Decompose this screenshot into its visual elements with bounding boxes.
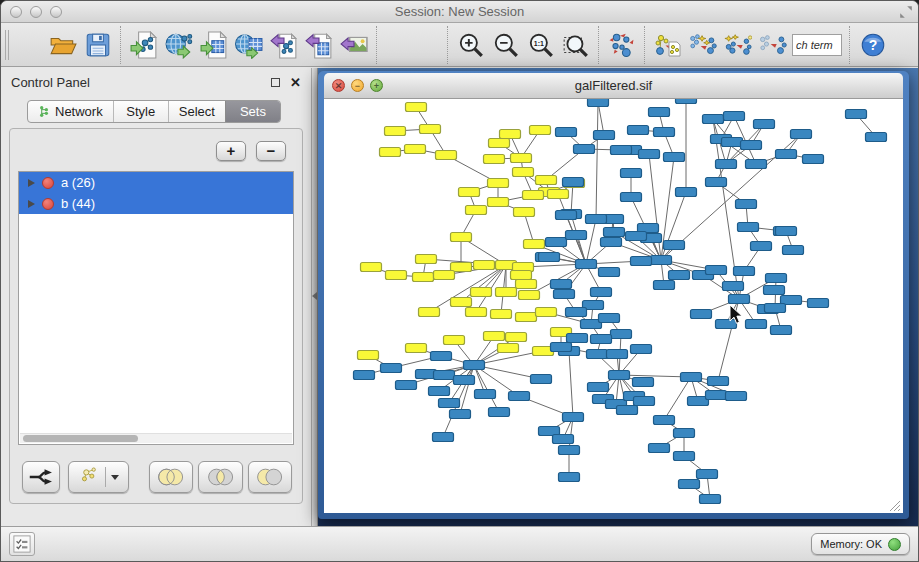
new-network-from-selection-button[interactable] — [650, 26, 685, 64]
import-table-web-button[interactable] — [231, 26, 266, 64]
horizontal-scrollbar[interactable] — [20, 433, 292, 443]
import-table-file-button[interactable] — [196, 26, 231, 64]
graph-node-blue[interactable] — [556, 128, 577, 137]
graph-node-blue[interactable] — [723, 282, 744, 291]
sets-list[interactable]: a (26)b (44) — [18, 171, 294, 445]
union-sets-button[interactable] — [149, 461, 193, 493]
graph-node-blue[interactable] — [736, 200, 757, 209]
graph-node-blue[interactable] — [764, 286, 785, 295]
graph-node-yellow[interactable] — [488, 198, 509, 207]
graph-node-blue[interactable] — [649, 108, 670, 117]
graph-node-blue[interactable] — [381, 364, 402, 373]
graph-node-yellow[interactable] — [498, 344, 519, 353]
graph-node-blue[interactable] — [746, 160, 767, 169]
graph-node-blue[interactable] — [654, 128, 675, 137]
graph-node-blue[interactable] — [563, 178, 584, 187]
close-window-button[interactable] — [10, 6, 22, 18]
graph-node-yellow[interactable] — [420, 125, 441, 134]
window-titlebar[interactable]: Session: New Session — [1, 1, 918, 23]
graph-node-blue[interactable] — [716, 320, 737, 329]
network-graph[interactable] — [324, 99, 903, 513]
graph-node-blue[interactable] — [691, 310, 712, 319]
graph-node-blue[interactable] — [808, 299, 829, 308]
graph-node-blue[interactable] — [396, 381, 417, 390]
network-window-titlebar[interactable]: ✕ − + galFiltered.sif — [324, 73, 903, 99]
graph-node-yellow[interactable] — [514, 208, 535, 217]
graph-node-blue[interactable] — [551, 343, 572, 352]
graph-node-yellow[interactable] — [444, 336, 465, 345]
tab-style[interactable]: Style — [113, 101, 168, 122]
graph-node-blue[interactable] — [621, 193, 642, 202]
graph-node-blue[interactable] — [654, 416, 675, 425]
graph-node-blue[interactable] — [866, 133, 887, 142]
graph-node-yellow[interactable] — [548, 190, 569, 199]
graph-node-yellow[interactable] — [523, 191, 544, 200]
graph-node-blue[interactable] — [567, 334, 588, 343]
minimize-network-window-button[interactable]: − — [351, 79, 364, 92]
graph-node-blue[interactable] — [489, 408, 510, 417]
expand-set-icon[interactable] — [28, 179, 35, 187]
graph-node-blue[interactable] — [679, 480, 700, 489]
graph-node-blue[interactable] — [454, 376, 475, 385]
graph-node-blue[interactable] — [604, 228, 625, 237]
graph-node-blue[interactable] — [766, 274, 787, 283]
collapse-panel-icon[interactable] — [312, 292, 317, 300]
graph-node-yellow[interactable] — [358, 351, 379, 360]
graph-node-blue[interactable] — [617, 406, 638, 415]
graph-node-yellow[interactable] — [405, 145, 426, 154]
dropdown-caret-icon[interactable] — [111, 475, 119, 480]
graph-node-blue[interactable] — [429, 387, 450, 396]
graph-node-blue[interactable] — [609, 371, 630, 380]
graph-node-blue[interactable] — [706, 178, 727, 187]
graph-node-blue[interactable] — [664, 153, 685, 162]
graph-node-blue[interactable] — [776, 227, 797, 236]
graph-node-blue[interactable] — [724, 112, 745, 121]
export-table-button[interactable] — [301, 26, 336, 64]
graph-node-blue[interactable] — [676, 99, 697, 104]
graph-node-yellow[interactable] — [496, 288, 517, 297]
graph-node-yellow[interactable] — [516, 280, 537, 289]
graph-node-blue[interactable] — [633, 378, 654, 387]
graph-node-blue[interactable] — [846, 110, 867, 119]
graph-node-yellow[interactable] — [489, 139, 510, 148]
first-neighbors-button[interactable] — [685, 26, 720, 64]
scrollbar-thumb[interactable] — [23, 435, 138, 442]
graph-node-blue[interactable] — [674, 452, 695, 461]
graph-node-blue[interactable] — [588, 99, 609, 107]
graph-node-yellow[interactable] — [451, 298, 472, 307]
graph-node-blue[interactable] — [776, 150, 797, 159]
graph-node-blue[interactable] — [556, 211, 577, 220]
close-network-window-button[interactable]: ✕ — [332, 79, 345, 92]
graph-node-blue[interactable] — [354, 371, 375, 380]
graph-node-blue[interactable] — [566, 231, 587, 240]
graph-node-blue[interactable] — [576, 260, 597, 269]
apply-layout-button[interactable] — [604, 26, 639, 64]
graph-node-blue[interactable] — [431, 352, 452, 361]
graph-node-blue[interactable] — [639, 150, 660, 159]
graph-node-blue[interactable] — [676, 188, 697, 197]
graph-node-yellow[interactable] — [513, 168, 534, 177]
zoom-selected-button[interactable] — [558, 26, 593, 64]
graph-node-blue[interactable] — [559, 473, 580, 482]
graph-node-blue[interactable] — [729, 295, 750, 304]
graph-node-blue[interactable] — [754, 120, 775, 129]
graph-node-blue[interactable] — [559, 446, 580, 455]
graph-node-yellow[interactable] — [488, 179, 509, 188]
import-network-web-button[interactable] — [161, 26, 196, 64]
graph-node-yellow[interactable] — [506, 333, 527, 342]
graph-node-blue[interactable] — [594, 131, 615, 140]
set-row[interactable]: a (26) — [19, 172, 293, 193]
export-image-button[interactable] — [336, 26, 371, 64]
graph-node-blue[interactable] — [722, 138, 743, 147]
graph-node-yellow[interactable] — [406, 344, 427, 353]
graph-node-blue[interactable] — [554, 290, 575, 299]
task-history-button[interactable] — [9, 532, 35, 556]
graph-node-yellow[interactable] — [459, 188, 480, 197]
graph-node-yellow[interactable] — [500, 130, 521, 139]
graph-node-blue[interactable] — [703, 115, 724, 124]
graph-node-blue[interactable] — [587, 350, 608, 359]
remove-set-button[interactable]: − — [256, 141, 286, 161]
minimize-window-button[interactable] — [30, 6, 42, 18]
graph-node-blue[interactable] — [464, 361, 485, 370]
toolbar-grip[interactable] — [5, 30, 9, 60]
